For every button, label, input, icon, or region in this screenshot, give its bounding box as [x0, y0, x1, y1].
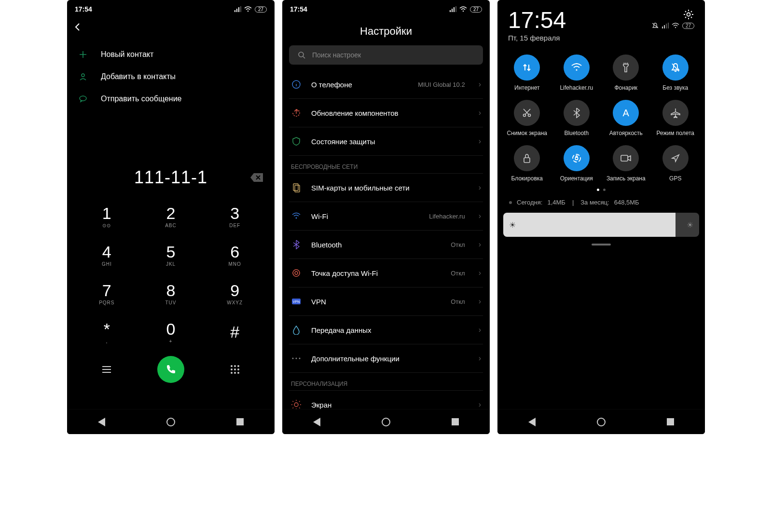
wifi-icon [244, 6, 252, 12]
row-update[interactable]: Обновление компонентов › [289, 99, 483, 127]
key-2[interactable]: 2ABC [139, 199, 203, 234]
tile-screenshot[interactable]: Снимок экрана [502, 100, 552, 136]
tile-internet[interactable]: Интернет [502, 55, 552, 91]
svg-point-41 [524, 114, 526, 117]
tile-orientation[interactable]: Ориентация [552, 145, 602, 182]
chevron-right-icon: › [479, 212, 481, 220]
brightness-slider[interactable]: ☀ ☀ [503, 213, 699, 237]
svg-rect-36 [664, 25, 665, 28]
quick-tiles: Интернет Lifehacker.ru Фонарик Без звука… [497, 45, 705, 184]
row-more[interactable]: Дополнительные функции › [289, 344, 483, 373]
key-1[interactable]: 1⊙⊙ [75, 199, 139, 234]
row-security[interactable]: Состояние защиты › [289, 127, 483, 156]
add-contact-button[interactable]: Добавить в контакты [73, 66, 269, 88]
key-3[interactable]: 3DEF [203, 199, 267, 234]
nav-bar [67, 409, 275, 434]
nav-recents[interactable] [236, 418, 244, 425]
search-icon [298, 51, 305, 59]
svg-point-30 [292, 358, 294, 359]
nav-back[interactable] [313, 418, 320, 426]
key-hash[interactable]: # [203, 314, 267, 350]
page-indicator [497, 184, 705, 196]
nav-home[interactable] [382, 418, 390, 426]
row-wifi[interactable]: Wi-Fi Lifehacker.ru › [289, 202, 483, 231]
rotate-lock-icon [564, 145, 590, 171]
tile-autobright[interactable]: AАвтояркость [601, 100, 651, 136]
backspace-button[interactable] [250, 173, 263, 182]
svg-point-9 [237, 365, 239, 367]
settings-screen: 17:54 27 Настройки Поиск настроек О теле… [282, 0, 490, 434]
key-0[interactable]: 0+ [139, 314, 203, 350]
battery-indicator: 27 [255, 6, 267, 13]
auto-bright-icon: A [613, 100, 639, 126]
row-vpn[interactable]: VPN VPN Откл › [289, 287, 483, 316]
nav-recents[interactable] [667, 418, 674, 425]
svg-point-21 [299, 52, 303, 57]
bell-off-icon [662, 55, 689, 81]
back-button[interactable] [67, 16, 275, 32]
tile-screenrec[interactable]: Запись экрана [601, 145, 651, 182]
settings-gear-icon[interactable] [683, 9, 694, 20]
key-4[interactable]: 4GHI [75, 237, 139, 273]
settings-title: Настройки [282, 16, 490, 42]
row-hotspot[interactable]: Точка доступа Wi-Fi Откл › [289, 259, 483, 287]
tile-mute[interactable]: Без звука [651, 55, 701, 91]
nav-bar [497, 409, 705, 434]
new-contact-button[interactable]: Новый контакт [73, 43, 269, 66]
svg-point-8 [234, 365, 236, 367]
row-bluetooth[interactable]: Bluetooth Откл › [289, 231, 483, 259]
call-button[interactable] [157, 356, 184, 383]
menu-button[interactable] [75, 366, 139, 373]
section-personalization: ПЕРСОНАЛИЗАЦИЯ [289, 373, 483, 391]
settings-search[interactable]: Поиск настроек [289, 45, 483, 65]
nav-home[interactable] [597, 418, 606, 426]
tile-flashlight[interactable]: Фонарик [601, 55, 651, 91]
nav-recents[interactable] [452, 418, 459, 425]
section-wireless: БЕСПРОВОДНЫЕ СЕТИ [289, 156, 483, 174]
tile-bluetooth[interactable]: Bluetooth [552, 100, 602, 136]
tile-lock[interactable]: Блокировка [502, 145, 552, 182]
row-sim[interactable]: SIM-карты и мобильные сети › [289, 174, 483, 202]
lock-icon [514, 145, 540, 171]
svg-point-14 [234, 372, 236, 374]
shade-handle[interactable] [592, 244, 611, 246]
key-7[interactable]: 7PQRS [75, 276, 139, 312]
hotspot-icon [291, 268, 302, 278]
nav-back[interactable] [528, 418, 536, 426]
svg-rect-2 [238, 7, 239, 12]
row-data[interactable]: Передача данных › [289, 316, 483, 344]
svg-rect-38 [668, 23, 669, 28]
key-6[interactable]: 6MNO [203, 237, 267, 273]
wifi-icon [459, 6, 467, 12]
svg-point-26 [295, 272, 298, 274]
nav-home[interactable] [166, 418, 175, 426]
bluetooth-icon [291, 239, 302, 250]
notification-shade: 17:54 Пт, 15 февраля 27 Интернет Lifehac… [497, 0, 705, 434]
key-9[interactable]: 9WXYZ [203, 276, 267, 312]
status-bar: 17:54 27 [67, 0, 275, 16]
tile-wifi[interactable]: Lifehacker.ru [552, 55, 602, 91]
svg-text:VPN: VPN [293, 300, 300, 303]
signal-icon [662, 23, 669, 28]
row-about-phone[interactable]: О телефоне MIUI Global 10.2 › [289, 70, 483, 99]
svg-point-31 [296, 358, 297, 359]
video-icon [613, 145, 639, 171]
svg-point-12 [237, 368, 239, 370]
chevron-right-icon: › [479, 240, 481, 249]
key-8[interactable]: 8TUV [139, 276, 203, 312]
send-message-label: Отправить сообщение [101, 95, 181, 103]
more-icon [291, 353, 302, 364]
chevron-right-icon: › [479, 400, 481, 409]
svg-rect-23 [293, 184, 298, 191]
status-time: 17:54 [75, 5, 92, 13]
search-placeholder: Поиск настроек [312, 51, 361, 59]
tile-airplane[interactable]: Режим полета [651, 100, 701, 136]
key-5[interactable]: 5JKL [139, 237, 203, 273]
svg-point-33 [294, 403, 298, 407]
nav-back[interactable] [98, 418, 105, 426]
person-icon [79, 72, 90, 81]
tile-gps[interactable]: GPS [651, 145, 701, 182]
send-message-button[interactable]: Отправить сообщение [73, 88, 269, 110]
key-star[interactable]: *, [75, 314, 139, 350]
dialpad-toggle[interactable] [203, 364, 267, 375]
